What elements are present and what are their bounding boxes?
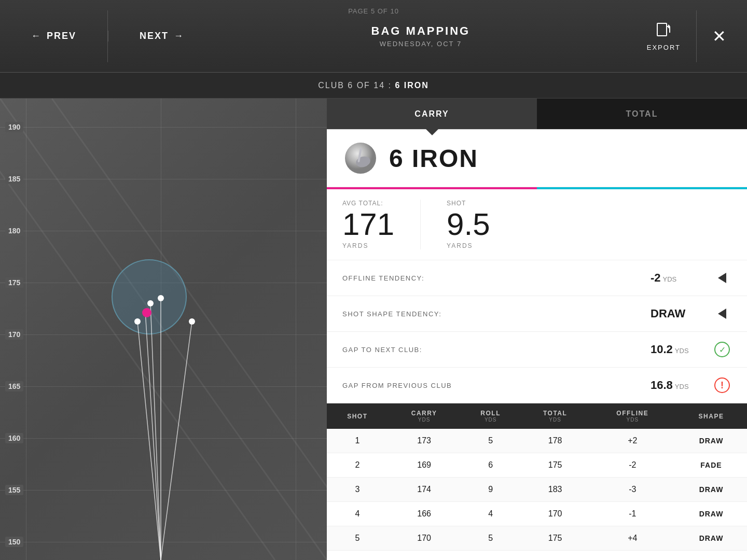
avg-total-label: AVG TOTAL: [342,200,394,207]
cell-shot-2: 3 [327,478,388,502]
main-content: 190 185 180 175 170 165 160 155 150 [0,99,747,560]
tab-carry[interactable]: CARRY [327,99,537,129]
svg-rect-0 [657,23,667,36]
gap-next-indicator: ✓ [713,340,731,359]
stats-panel: CARRY TOTAL [327,99,747,560]
stats-row: AVG TOTAL: 171 YARDS SHOT 9.5 YARDS [327,189,747,260]
header: PAGE 5 OF 10 ← PREV NEXT → BAG MAPPING W… [0,0,747,73]
cell-offline-4: +4 [590,526,676,551]
cell-carry-2: 174 [388,478,461,502]
shot-stat: SHOT 9.5 YARDS [447,200,490,249]
shot-dot-avg [142,308,151,317]
next-button[interactable]: NEXT → [108,31,215,41]
cell-carry-4: 170 [388,526,461,551]
tab-indicator [426,129,438,135]
shot-shape-value: DRAW [651,307,713,320]
prev-button[interactable]: ← PREV [0,31,107,41]
prev-label: PREV [47,31,76,41]
club-icon [342,140,379,176]
col-roll: ROLL YDS [461,403,521,429]
cell-shape-1: FADE [675,453,747,478]
shot-map-panel: 190 185 180 175 170 165 160 155 150 [0,99,327,560]
header-date: WEDNESDAY, OCT 7 [215,40,626,48]
svg-line-12 [137,321,161,560]
export-icon [655,21,672,40]
cell-offline-2: -3 [590,478,676,502]
table-row: 2 169 6 175 -2 FADE [327,453,747,478]
cell-offline-0: +2 [590,429,676,453]
shot-data-table: SHOT CARRY YDS ROLL YDS TOTAL YDS [327,403,747,551]
svg-line-11 [161,321,192,560]
header-right: EXPORT ✕ [626,10,747,62]
next-label: NEXT [140,31,169,41]
gap-prev-value: 16.8YDS [651,379,713,392]
col-carry: CARRY YDS [388,403,461,429]
arrow-left-icon [718,273,726,283]
export-label: EXPORT [647,44,681,51]
app-title: BAG MAPPING [215,24,626,38]
shot-unit: YARDS [447,242,490,249]
cell-shape-2: DRAW [675,478,747,502]
cell-roll-2: 9 [461,478,521,502]
shot-dot-3 [134,318,141,325]
cell-shot-4: 5 [327,526,388,551]
gap-prev-label: GAP FROM PREVIOUS CLUB [342,382,651,389]
offline-tendency-indicator [713,269,731,287]
table-header-row: SHOT CARRY YDS ROLL YDS TOTAL YDS [327,403,747,429]
shot-dot-2 [158,295,164,301]
header-center: BAG MAPPING WEDNESDAY, OCT 7 [215,24,626,48]
cell-carry-0: 173 [388,429,461,453]
cell-total-1: 175 [521,453,590,478]
tab-total[interactable]: TOTAL [537,99,747,129]
avg-total-unit: YARDS [342,242,394,249]
club-bar: CLUB 6 OF 14 : 6 IRON [0,73,747,99]
shot-dot-4 [189,318,195,325]
shot-value: 9.5 [447,209,490,240]
cell-shape-4: DRAW [675,526,747,551]
shot-shape-label: SHOT SHAPE TENDENCY: [342,310,651,318]
close-button[interactable]: ✕ [712,28,726,45]
shot-shape-indicator [713,304,731,323]
cell-roll-1: 6 [461,453,521,478]
club-info-row: 6 IRON [327,130,747,187]
export-button[interactable]: EXPORT [647,21,681,51]
tab-total-label: TOTAL [626,109,658,119]
offline-tendency-label: OFFLINE TENDENCY: [342,274,651,282]
shot-shape-row: SHOT SHAPE TENDENCY: DRAW [327,296,747,332]
warning-icon: ! [714,377,730,393]
cell-roll-0: 5 [461,429,521,453]
cell-offline-1: -2 [590,453,676,478]
cell-roll-3: 4 [461,502,521,526]
table-row: 4 166 4 170 -1 DRAW [327,502,747,526]
stat-divider [420,200,421,249]
next-arrow-icon: → [174,31,184,41]
cell-shot-1: 2 [327,453,388,478]
avg-total-stat: AVG TOTAL: 171 YARDS [342,200,394,249]
shot-label: SHOT [447,200,490,207]
svg-line-8 [150,303,161,560]
table-header: SHOT CARRY YDS ROLL YDS TOTAL YDS [327,403,747,429]
gap-next-value: 10.2YDS [651,343,713,356]
cell-roll-4: 5 [461,526,521,551]
shot-data-table-wrapper[interactable]: SHOT CARRY YDS ROLL YDS TOTAL YDS [327,403,747,560]
cell-shape-3: DRAW [675,502,747,526]
arrow-left-icon-2 [718,309,726,319]
gap-next-label: GAP TO NEXT CLUB: [342,346,651,354]
col-shape: SHAPE [675,403,747,429]
club-bar-prefix: CLUB 6 OF 14 : [318,81,395,90]
tab-bar: CARRY TOTAL [327,99,747,130]
cell-total-0: 178 [521,429,590,453]
offline-tendency-value: -2YDS [651,271,713,285]
page-indicator: PAGE 5 OF 10 [348,7,399,15]
cell-total-4: 175 [521,526,590,551]
prev-arrow-icon: ← [31,31,42,41]
shot-dot-1 [147,300,154,306]
cell-offline-3: -1 [590,502,676,526]
svg-line-10 [145,311,161,560]
avg-total-value: 171 [342,209,394,240]
table-row: 5 170 5 175 +4 DRAW [327,526,747,551]
check-icon: ✓ [714,342,730,357]
cell-shot-3: 4 [327,502,388,526]
table-body: 1 173 5 178 +2 DRAW 2 169 6 175 -2 FADE … [327,429,747,551]
shot-lines-svg [0,99,327,560]
